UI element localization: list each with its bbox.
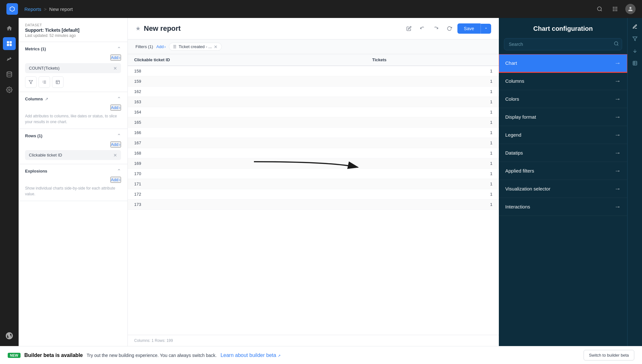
svg-point-22 bbox=[614, 42, 618, 45]
config-item-datatips[interactable]: Datatips → bbox=[499, 144, 627, 162]
svg-line-23 bbox=[617, 45, 618, 46]
sidebar-zendesk-logo[interactable] bbox=[3, 329, 16, 342]
cell-ticket-id: 168 bbox=[128, 148, 366, 158]
breadcrumb-reports[interactable]: Reports bbox=[24, 6, 41, 12]
sidebar-data[interactable] bbox=[3, 68, 16, 81]
report-title: New report bbox=[144, 24, 181, 33]
rows-add-button[interactable]: Add › bbox=[110, 141, 121, 148]
cell-tickets: 1 bbox=[366, 107, 499, 117]
dataset-name: Support: Tickets [default] bbox=[25, 28, 121, 33]
columns-chevron-icon[interactable]: ⌃ bbox=[117, 96, 121, 102]
cell-ticket-id: 167 bbox=[128, 138, 366, 148]
save-dropdown-button[interactable] bbox=[481, 24, 491, 34]
rows-title: Rows (1) bbox=[25, 133, 42, 138]
user-avatar[interactable] bbox=[625, 4, 636, 14]
metric-icons bbox=[25, 76, 121, 88]
star-button[interactable]: ★ bbox=[135, 25, 141, 32]
right-edge-toolbar bbox=[627, 18, 642, 346]
app-logo[interactable] bbox=[6, 3, 18, 15]
edit-button[interactable] bbox=[403, 23, 414, 34]
sidebar-analytics[interactable] bbox=[3, 53, 16, 65]
metrics-item-remove-button[interactable]: ✕ bbox=[113, 66, 117, 71]
rows-chevron-icon[interactable]: ⌃ bbox=[117, 133, 121, 139]
columns-section: Columns ↗ ⌃ Add › Add attributes to colu… bbox=[19, 92, 127, 129]
edge-filter-button[interactable] bbox=[629, 33, 640, 44]
data-table-container: Clickable ticket ID Tickets 158 1 159 1 … bbox=[128, 54, 499, 335]
cell-ticket-id: 172 bbox=[128, 189, 366, 199]
cell-tickets: 1 bbox=[366, 189, 499, 199]
explosions-add-button[interactable]: Add › bbox=[110, 177, 121, 183]
undo-button[interactable] bbox=[417, 23, 428, 34]
refresh-button[interactable] bbox=[444, 23, 455, 34]
metrics-title: Metrics (1) bbox=[25, 47, 46, 51]
edge-sort-button[interactable] bbox=[629, 46, 640, 56]
sidebar-settings[interactable] bbox=[3, 83, 16, 96]
cell-tickets: 1 bbox=[366, 148, 499, 158]
metric-icon-filter[interactable] bbox=[25, 76, 37, 88]
redo-button[interactable] bbox=[430, 23, 441, 34]
bottom-banner: New Builder beta is available Try out th… bbox=[0, 346, 642, 364]
chart-search-input[interactable] bbox=[504, 38, 622, 50]
apps-grid-button[interactable] bbox=[610, 4, 620, 14]
cell-ticket-id: 169 bbox=[128, 158, 366, 169]
filter-remove-button[interactable]: ✕ bbox=[214, 45, 218, 49]
config-item-chart[interactable]: Chart → bbox=[499, 54, 627, 72]
table-row: 166 1 bbox=[128, 128, 499, 138]
chart-config-title: Chart configuration bbox=[533, 25, 593, 32]
filters-add-button[interactable]: Add › bbox=[156, 44, 166, 49]
config-item-arrow-icon: → bbox=[614, 149, 621, 157]
columns-title: Columns ↗ bbox=[25, 97, 48, 101]
svg-rect-10 bbox=[616, 10, 617, 11]
table-row: 164 1 bbox=[128, 107, 499, 117]
metrics-chevron-icon[interactable]: ⌃ bbox=[117, 46, 121, 52]
config-item-colors[interactable]: Colors → bbox=[499, 90, 627, 108]
search-button[interactable] bbox=[594, 4, 605, 14]
svg-rect-2 bbox=[613, 7, 614, 8]
table-row: 173 1 bbox=[128, 199, 499, 210]
config-item-arrow-icon: → bbox=[614, 113, 621, 121]
chart-config-panel: Chart configuration Chart → Columns → Co… bbox=[499, 18, 627, 346]
switch-to-builder-button[interactable]: Switch to builder beta bbox=[584, 350, 634, 360]
banner-title: Builder beta is available bbox=[24, 352, 83, 358]
table-row: 165 1 bbox=[128, 117, 499, 128]
col-header-ticket-id: Clickable ticket ID bbox=[128, 54, 366, 66]
breadcrumb: Reports > New report bbox=[24, 6, 73, 12]
table-row: 159 1 bbox=[128, 76, 499, 87]
rows-item-remove-button[interactable]: ✕ bbox=[113, 153, 117, 157]
metrics-add-button[interactable]: Add › bbox=[110, 55, 121, 61]
table-row: 170 1 bbox=[128, 169, 499, 179]
sidebar-dashboard[interactable] bbox=[3, 37, 16, 50]
config-item-applied-filters[interactable]: Applied filters → bbox=[499, 162, 627, 180]
banner-link[interactable]: Learn about builder beta ↗ bbox=[221, 352, 281, 358]
cell-ticket-id: 163 bbox=[128, 97, 366, 107]
filter-tag-text: Ticket created - ... bbox=[178, 44, 212, 49]
sidebar-home[interactable] bbox=[3, 22, 16, 35]
svg-rect-6 bbox=[615, 9, 616, 10]
edge-pencil-button[interactable] bbox=[629, 21, 640, 32]
metric-icon-table[interactable] bbox=[52, 76, 64, 88]
dataset-updated: Last updated: 52 minutes ago bbox=[25, 33, 121, 38]
config-item-visualization-selector[interactable]: Visualization selector → bbox=[499, 180, 627, 198]
save-button[interactable]: Save bbox=[457, 23, 481, 34]
config-item-legend[interactable]: Legend → bbox=[499, 126, 627, 144]
cell-tickets: 1 bbox=[366, 138, 499, 148]
config-item-interactions[interactable]: Interactions → bbox=[499, 198, 627, 216]
config-item-arrow-icon: → bbox=[614, 77, 621, 85]
cell-tickets: 1 bbox=[366, 76, 499, 87]
config-item-display-format[interactable]: Display format → bbox=[499, 108, 627, 126]
explosions-chevron-icon[interactable]: ⌃ bbox=[117, 168, 121, 174]
columns-add-button[interactable]: Add › bbox=[110, 105, 121, 111]
config-item-columns[interactable]: Columns → bbox=[499, 72, 627, 90]
breadcrumb-current: New report bbox=[49, 6, 73, 12]
config-item-arrow-icon: → bbox=[614, 59, 621, 67]
table-row: 158 1 bbox=[128, 66, 499, 76]
svg-rect-5 bbox=[613, 9, 614, 10]
svg-rect-13 bbox=[7, 44, 9, 46]
edge-table-button[interactable] bbox=[629, 58, 640, 69]
cell-ticket-id: 165 bbox=[128, 117, 366, 128]
filters-bar: Filters (1) Add › ☰ Ticket created - ...… bbox=[128, 39, 499, 54]
cell-ticket-id: 159 bbox=[128, 76, 366, 87]
metric-icon-merge[interactable] bbox=[39, 76, 50, 88]
cell-tickets: 1 bbox=[366, 66, 499, 76]
filter-icon: ☰ bbox=[173, 45, 177, 49]
